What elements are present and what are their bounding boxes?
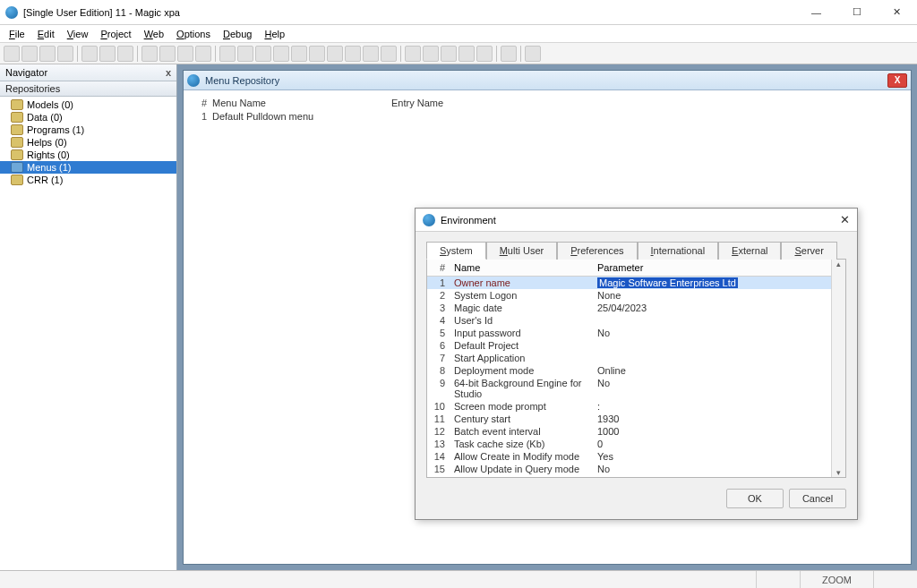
toolbar-button[interactable] [177,46,193,62]
toolbar-button[interactable] [21,46,38,62]
tab-international[interactable]: International [638,242,719,260]
list-row[interactable]: 12Batch event interval1000 [427,425,831,438]
environment-titlebar[interactable]: Environment ✕ [416,209,857,232]
column-header-menu-name[interactable]: Menu Name [212,98,391,108]
list-row[interactable]: 3Magic date25/04/2023 [427,302,831,314]
tab-multi-user[interactable]: Multi User [486,242,558,260]
list-row[interactable]: 5Input passwordNo [427,327,831,339]
column-header-index[interactable]: # [427,262,450,273]
environment-close-icon[interactable]: ✕ [840,213,850,226]
toolbar-button[interactable] [81,46,98,62]
toolbar-button[interactable] [309,46,325,62]
titlebar: [Single User Edition] 11 - Magic xpa — ☐… [0,0,917,25]
scrollbar-vertical[interactable]: ▴ ▾ [831,260,845,477]
cell-index: 1 [427,277,450,288]
column-header-entry-name[interactable]: Entry Name [391,98,902,108]
toolbar-button[interactable] [195,46,211,62]
tree-item-models[interactable]: Models (0) [0,98,176,111]
toolbar-button[interactable] [237,46,253,62]
toolbar-button[interactable] [273,46,289,62]
toolbar-button[interactable] [57,46,73,62]
cell-name: Century start [450,413,594,424]
cell-index: 14 [427,451,450,462]
tree-item-menus[interactable]: Menus (1) [0,161,176,174]
navigator-close-icon[interactable]: x [166,67,171,78]
menu-file[interactable]: File [4,27,30,41]
close-button[interactable]: ✕ [877,0,917,24]
table-row[interactable]: 1Default Pulldown menu [193,110,902,123]
toolbar-button[interactable] [476,46,493,62]
toolbar-button[interactable] [219,46,236,62]
cancel-button[interactable]: Cancel [789,489,846,508]
cell-parameter [594,315,831,326]
tree-item-label: Rights (0) [27,149,70,160]
menu-view[interactable]: View [62,27,94,41]
toolbar-button[interactable] [255,46,271,62]
toolbar-button[interactable] [117,46,133,62]
toolbar-button[interactable] [441,46,457,62]
menu-help[interactable]: Help [259,27,290,41]
list-row[interactable]: 6Default Project [427,339,831,352]
navigator-section[interactable]: Repositories [0,81,176,97]
list-row[interactable]: 15Allow Update in Query modeNo [427,463,831,475]
column-header-name[interactable]: Name [450,262,594,273]
toolbar-button[interactable] [363,46,379,62]
menu-repository-close-button[interactable]: X [887,73,907,88]
environment-list[interactable]: 1Owner nameMagic Software Enterprises Lt… [427,277,831,476]
cell-index: 1 [193,111,212,122]
toolbar-button[interactable] [39,46,56,62]
tab-server[interactable]: Server [781,242,836,260]
menu-web[interactable]: Web [139,27,169,41]
list-row[interactable]: 1Owner nameMagic Software Enterprises Lt… [427,277,831,289]
tree-item-data[interactable]: Data (0) [0,111,176,124]
tree-item-crr[interactable]: CRR (1) [0,174,176,186]
list-row[interactable]: 10Screen mode prompt: [427,400,831,413]
minimize-button[interactable]: — [796,0,836,24]
list-row[interactable]: 4User's Id [427,314,831,327]
toolbar-button[interactable] [291,46,307,62]
toolbar-button[interactable] [141,46,158,62]
tree-item-programs[interactable]: Programs (1) [0,124,176,136]
menu-project[interactable]: Project [95,27,136,41]
toolbar-button[interactable] [327,46,343,62]
menu-edit[interactable]: Edit [32,27,60,41]
toolbar-help-icon[interactable] [525,46,541,62]
toolbar-button[interactable] [423,46,439,62]
column-header-index[interactable]: # [193,98,212,108]
toolbar-button[interactable] [159,46,176,62]
folder-icon [11,112,23,123]
list-row[interactable]: 11Century start1930 [427,413,831,425]
tab-external[interactable]: External [718,242,781,260]
ok-button[interactable]: OK [726,489,784,508]
tab-system[interactable]: System [426,242,486,260]
menu-options[interactable]: Options [171,27,216,41]
list-row[interactable]: 8Deployment modeOnline [427,364,831,377]
cell-name: Magic date [450,303,594,313]
list-row[interactable]: 964-bit Background Engine for StudioNo [427,377,831,400]
list-row[interactable]: 14Allow Create in Modify modeYes [427,450,831,463]
toolbar-button[interactable] [4,46,20,62]
toolbar-separator [400,46,401,62]
tab-preferences[interactable]: Preferences [557,242,637,260]
maximize-button[interactable]: ☐ [836,0,877,24]
toolbar-button[interactable] [501,46,517,62]
tree-item-rights[interactable]: Rights (0) [0,149,176,161]
cell-index: 5 [427,328,450,338]
menu-repository-titlebar[interactable]: Menu Repository X [184,71,911,90]
status-zoom: ZOOM [800,571,873,588]
cell-index: 7 [427,353,450,363]
toolbar-button[interactable] [381,46,397,62]
toolbar-button[interactable] [345,46,361,62]
tree-item-helps[interactable]: Helps (0) [0,136,176,149]
list-row[interactable]: 2System LogonNone [427,289,831,302]
scroll-down-icon[interactable]: ▾ [832,468,845,477]
scroll-up-icon[interactable]: ▴ [832,260,845,268]
toolbar-button[interactable] [99,46,116,62]
toolbar-button[interactable] [405,46,421,62]
cell-parameter: 0 [594,439,831,449]
list-row[interactable]: 13Task cache size (Kb)0 [427,438,831,450]
toolbar-button[interactable] [458,46,475,62]
list-row[interactable]: 7Start Application [427,352,831,364]
column-header-parameter[interactable]: Parameter [594,262,831,273]
menu-debug[interactable]: Debug [218,27,257,41]
